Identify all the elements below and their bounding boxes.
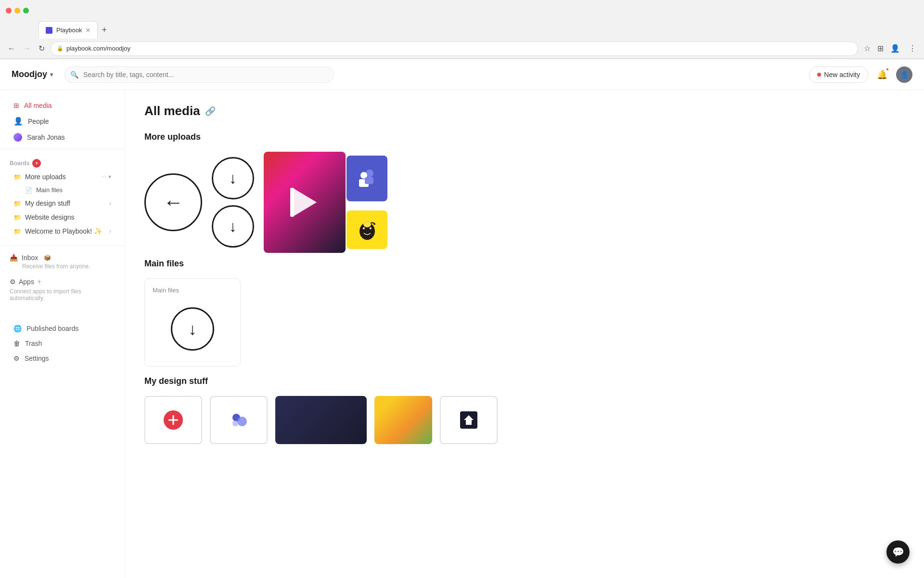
sidebar-board-website-designs[interactable]: 📁 Website designs (4, 210, 121, 224)
forward-button[interactable]: → (21, 42, 33, 55)
search-input[interactable] (64, 66, 334, 83)
board-icon-welcome: 📁 (13, 228, 21, 235)
svg-point-14 (237, 417, 247, 426)
media-item-brand-composite[interactable] (264, 152, 391, 253)
design-item-3[interactable] (275, 396, 367, 444)
apps-section: ⚙ Apps + Connect apps to import files au… (0, 274, 125, 305)
sidebar-item-people[interactable]: 👤 People (4, 113, 121, 129)
browser-chrome: Playbook ✕ + ← → ↻ 🔒 playbook.com/moodjo… (0, 0, 924, 59)
sidebar-board-welcome[interactable]: 📁 Welcome to Playbook! ✨ › (4, 224, 121, 238)
browser-toolbar: ← → ↻ 🔒 playbook.com/moodjoy ☆ ⊞ 👤 ⋮ (0, 39, 924, 59)
media-item-arrow-left[interactable]: ← (144, 173, 202, 231)
notifications-button[interactable]: 🔔 (874, 66, 890, 83)
board-chevron-design[interactable]: › (109, 200, 111, 207)
media-item-download-1[interactable]: ↓ (212, 157, 254, 199)
design-stuff-grid (144, 396, 905, 444)
chat-bubble-icon: 💬 (892, 546, 904, 558)
svg-point-15 (232, 420, 238, 426)
apps-description: Connect apps to import files automatical… (10, 288, 115, 302)
close-dot[interactable] (6, 8, 12, 13)
sidebar-item-all-media[interactable]: ⊞ All media (4, 98, 121, 113)
svg-rect-5 (365, 177, 373, 184)
board-more-actions: ··· ▾ (102, 173, 111, 180)
board-label-website: Website designs (25, 213, 74, 221)
chat-bubble-button[interactable]: 💬 (886, 540, 910, 564)
design-item-5[interactable] (440, 396, 498, 444)
board-chevron-welcome[interactable]: › (109, 228, 111, 235)
sidebar-sub-main-files[interactable]: 📄 Main files (4, 184, 121, 196)
main-files-title: Main files (144, 259, 905, 269)
design-item-1-icon (161, 408, 185, 432)
app-header: Moodjoy ▾ 🔍 New activity 🔔 👤 (0, 59, 924, 90)
board-icon-design: 📁 (13, 200, 21, 207)
design-item-4[interactable] (374, 396, 432, 444)
app-logo[interactable]: Moodjoy ▾ (12, 69, 53, 79)
inbox-box-icon: 📦 (44, 254, 51, 261)
user-avatar-button[interactable]: 👤 (896, 66, 912, 83)
add-board-button[interactable]: + (32, 159, 41, 168)
reload-button[interactable]: ↻ (37, 42, 47, 55)
trash-icon: 🗑 (13, 340, 20, 347)
incognito-button[interactable]: 👤 (888, 42, 904, 55)
sidebar-board-more-uploads[interactable]: 📁 More uploads ··· ▾ (4, 170, 121, 184)
download-icon-2: ↓ (229, 218, 237, 236)
svg-point-10 (373, 223, 375, 225)
logo-chevron-icon: ▾ (50, 71, 53, 78)
back-button[interactable]: ← (6, 42, 17, 55)
mailchimp-svg (355, 218, 379, 242)
design-item-2[interactable] (210, 396, 268, 444)
design-item-1[interactable] (144, 396, 202, 444)
menu-button[interactable]: ⋮ (907, 42, 918, 55)
sub-folder-icon: 📄 (25, 187, 32, 194)
design-item-5-icon (458, 409, 479, 431)
extensions-button[interactable]: ⊞ (875, 42, 886, 55)
avatar-icon: 👤 (900, 71, 909, 79)
ms-teams-logo (346, 156, 387, 201)
toolbar-actions: ☆ ⊞ 👤 ⋮ (862, 42, 918, 55)
maximize-dot[interactable] (23, 8, 29, 13)
main-files-download-circle: ↓ (171, 307, 214, 351)
svg-marker-0 (293, 188, 317, 217)
page-title-row: All media 🔗 (144, 104, 905, 118)
new-activity-button[interactable]: New activity (809, 66, 868, 83)
sidebar-settings[interactable]: ⚙ Settings (4, 351, 121, 366)
boards-divider (0, 149, 125, 149)
sidebar-item-sarah-jonas[interactable]: Sarah Jonas (4, 130, 121, 145)
svg-point-9 (370, 227, 372, 229)
main-files-download-icon: ↓ (189, 320, 197, 339)
media-item-download-2[interactable]: ↓ (212, 205, 254, 248)
sidebar-board-my-design-stuff[interactable]: 📁 My design stuff › (4, 197, 121, 210)
incognito-icon: 👤 (890, 44, 900, 53)
inbox-label-row[interactable]: 📥 Inbox 📦 (10, 254, 115, 262)
brand-logo-svg (285, 183, 324, 222)
bookmark-button[interactable]: ☆ (862, 42, 873, 55)
more-uploads-section: More uploads ← ↓ ↓ (144, 132, 905, 253)
minimize-dot[interactable] (14, 8, 20, 13)
inbox-divider (0, 246, 125, 246)
url-text: playbook.com/moodjoy (66, 45, 130, 52)
address-bar[interactable]: 🔒 playbook.com/moodjoy (51, 41, 858, 56)
board-chevron-icon[interactable]: ▾ (108, 173, 111, 180)
main-files-card-title: Main files (153, 287, 232, 294)
apps-icon: ⚙ (10, 278, 16, 286)
add-app-button[interactable]: + (37, 277, 41, 286)
header-search: 🔍 (64, 66, 334, 83)
settings-label: Settings (25, 355, 49, 362)
settings-icon: ⚙ (13, 355, 20, 362)
main-files-card[interactable]: Main files ↓ (144, 278, 241, 367)
svg-point-11 (363, 222, 371, 227)
page-title-copy-icon[interactable]: 🔗 (205, 106, 216, 117)
sidebar-published-boards[interactable]: 🌐 Published boards (4, 321, 121, 336)
main-files-section: Main files Main files ↓ (144, 259, 905, 367)
ellipsis-icon[interactable]: ··· (102, 173, 106, 180)
search-icon: 🔍 (70, 71, 78, 79)
sarah-jonas-label: Sarah Jonas (27, 133, 65, 141)
new-tab-button[interactable]: + (98, 25, 111, 35)
sidebar-trash[interactable]: 🗑 Trash (4, 336, 121, 351)
notification-badge (886, 67, 889, 71)
tab-close-button[interactable]: ✕ (86, 27, 90, 34)
main-area: ⊞ All media 👤 People Sarah Jonas Boards … (0, 90, 924, 578)
active-tab[interactable]: Playbook ✕ (38, 21, 98, 39)
people-label: People (28, 118, 49, 125)
grid-icon: ⊞ (13, 102, 19, 109)
